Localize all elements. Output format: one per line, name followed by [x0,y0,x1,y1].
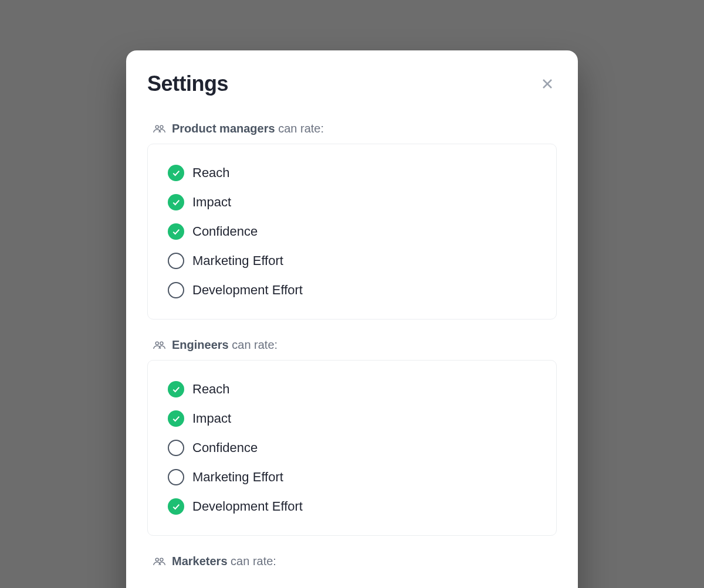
label-suffix: can rate: [229,338,277,351]
option-label: Reach [192,382,230,397]
svg-point-4 [155,342,158,345]
checkmark-icon[interactable] [168,223,184,240]
role-name: Marketers [172,555,228,567]
unchecked-circle-icon[interactable] [168,253,184,269]
modal-header: Settings [147,72,557,96]
option-label: Development Effort [192,499,303,514]
section-label: Product managers can rate: [172,122,324,135]
checkmark-icon[interactable] [168,498,184,515]
section-header: Engineers can rate: [147,338,557,352]
role-name: Engineers [172,338,229,351]
option-label: Confidence [192,440,258,456]
option-row[interactable]: Confidence [164,433,540,463]
option-label: Reach [192,165,230,181]
option-row[interactable]: Reach [164,158,540,188]
option-label: Impact [192,411,231,426]
option-label: Confidence [192,224,258,239]
permissions-section: Engineers can rate:ReachImpactConfidence… [147,338,557,536]
people-icon [153,557,166,566]
option-row[interactable]: Development Effort [164,492,540,521]
settings-modal: Settings Product managers can rate:Reach… [126,50,578,588]
option-label: Impact [192,195,231,210]
people-icon [153,341,166,350]
checkmark-icon[interactable] [168,410,184,427]
svg-point-7 [160,558,163,561]
svg-point-3 [160,125,163,128]
unchecked-circle-icon[interactable] [168,440,184,456]
options-box: ReachImpactConfidenceMarketing EffortDev… [147,360,557,536]
close-icon [540,77,554,91]
people-icon [153,124,166,134]
option-row[interactable]: Impact [164,404,540,433]
option-row[interactable]: Development Effort [164,276,540,305]
modal-title: Settings [147,72,228,96]
option-row[interactable]: Impact [164,188,540,217]
options-box: ReachImpactConfidenceMarketing EffortDev… [147,144,557,320]
option-label: Marketing Effort [192,253,283,268]
checkmark-icon[interactable] [168,381,184,397]
unchecked-circle-icon[interactable] [168,282,184,298]
role-name: Product managers [172,122,275,135]
option-label: Development Effort [192,283,303,298]
option-row[interactable]: Marketing Effort [164,463,540,492]
section-header: Product managers can rate: [147,122,557,135]
checkmark-icon[interactable] [168,165,184,181]
svg-point-2 [155,125,158,128]
option-row[interactable]: Confidence [164,217,540,246]
checkmark-icon[interactable] [168,194,184,210]
svg-point-5 [160,342,163,345]
option-label: Marketing Effort [192,470,283,485]
section-label: Engineers can rate: [172,338,277,352]
permissions-section: Marketers can rate: [147,555,557,568]
permissions-section: Product managers can rate:ReachImpactCon… [147,122,557,320]
option-row[interactable]: Reach [164,375,540,404]
option-row[interactable]: Marketing Effort [164,246,540,276]
unchecked-circle-icon[interactable] [168,469,184,485]
close-button[interactable] [538,74,557,93]
label-suffix: can rate: [275,122,324,135]
svg-point-6 [155,558,158,561]
label-suffix: can rate: [228,555,276,567]
section-header: Marketers can rate: [147,555,557,568]
section-label: Marketers can rate: [172,555,276,568]
